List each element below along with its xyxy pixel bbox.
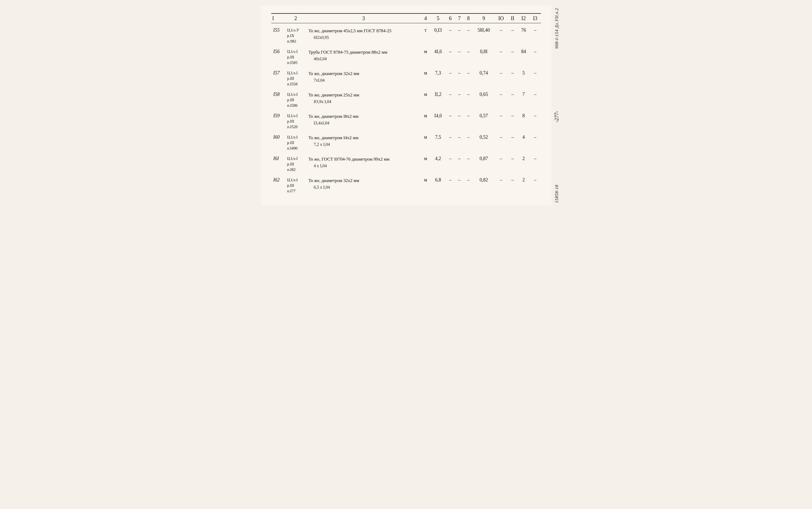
table-row: I6I Ц.I,ч.I р.III п.I82 То же, ГОСТ I070…	[271, 152, 541, 174]
col-header-12: I2	[518, 13, 530, 23]
row-col4: м	[421, 152, 431, 174]
table-row: I57 Ц.I,ч.I р.III п.I558 То же, диаметро…	[271, 67, 541, 88]
row-col7: –	[455, 67, 464, 88]
row-col8: –	[464, 88, 473, 109]
col-header-6: 6	[446, 13, 455, 23]
desc-sub: 4 x I,04	[309, 163, 419, 169]
row-col4: м	[421, 45, 431, 67]
row-col8: –	[464, 45, 473, 67]
page-wrapper: I 2 3 4 5 6 7 8 9 IO II I2 I3 I55 Ц.I,ч.…	[261, 5, 552, 205]
row-col10: –	[495, 152, 508, 174]
row-col8: –	[464, 131, 473, 152]
row-id: I58	[271, 88, 285, 109]
desc-sub: IO,9x I,04	[309, 99, 419, 105]
table-row: I59 Ц.I,ч.I р.III п.I520 То же, диаметро…	[271, 109, 541, 131]
row-col5: 0,I3	[431, 23, 446, 45]
row-col11: –	[507, 88, 518, 109]
row-col4: м	[421, 67, 431, 88]
row-col7: –	[455, 174, 464, 195]
row-col9: 0,82	[473, 174, 495, 195]
desc-main: То же, диаметром I4x2 мм	[309, 134, 419, 141]
row-col13: –	[530, 67, 541, 88]
desc-sub: 7,2 x I,04	[309, 141, 419, 148]
row-ref: Ц.I,ч.I р.III п.I77	[285, 174, 306, 195]
row-ref: Ц.I,ч.I р.III п.I558	[285, 67, 306, 88]
row-ref: Ц.I,ч.I р.III п.I586	[285, 88, 306, 109]
row-col5: 4I,6	[431, 45, 446, 67]
row-col12: 2	[518, 152, 530, 174]
row-ref: Ц.I,ч.I р.III п.I82	[285, 152, 306, 174]
row-col13: –	[530, 152, 541, 174]
row-col4: т	[421, 23, 431, 45]
row-ref: Ц.I,ч.I р.III п.I490	[285, 131, 306, 152]
row-col5: I4,0	[431, 109, 446, 131]
row-col9: 0,57	[473, 109, 495, 131]
row-col6: –	[446, 174, 455, 195]
table-header: I 2 3 4 5 6 7 8 9 IO II I2 I3	[271, 13, 541, 23]
row-col4: м	[421, 109, 431, 131]
row-col8: –	[464, 67, 473, 88]
row-id: I59	[271, 109, 285, 131]
row-col12: 84	[518, 45, 530, 67]
row-col13: –	[530, 131, 541, 152]
table-row: I56 Ц.I,ч.I р.III п.I585 Труба ГОСТ 8784…	[271, 45, 541, 67]
col-header-4: 4	[421, 13, 431, 23]
row-col8: –	[464, 152, 473, 174]
row-col7: –	[455, 109, 464, 131]
row-id: I62	[271, 174, 285, 195]
row-ref: Ц.I,ч.I р.III п.I520	[285, 109, 306, 131]
row-col7: –	[455, 131, 464, 152]
side-text-bottom: 15858-18	[555, 184, 559, 203]
table-row: I55 Ц.I,ч.У р.IX п.982 То же, диаметром …	[271, 23, 541, 45]
row-col10: –	[495, 88, 508, 109]
col-header-3: 3	[307, 13, 421, 23]
table-row: I60 Ц.I,ч.I р.III п.I490 То же, диаметро…	[271, 131, 541, 152]
row-col5: 6,8	[431, 174, 446, 195]
col-header-7: 7	[455, 13, 464, 23]
row-col6: –	[446, 152, 455, 174]
side-annotations: 908-I-154 Дл.УII,ч.2 -277- 15858-18	[552, 5, 562, 205]
row-ref: Ц.I,ч.У р.IX п.982	[285, 23, 306, 45]
row-col11: –	[507, 67, 518, 88]
row-col12: 4	[518, 131, 530, 152]
row-col11: –	[507, 131, 518, 152]
col-header-13: I3	[530, 13, 541, 23]
row-desc: То же, диаметром I8x2 мм I3,4xI,04	[307, 109, 421, 131]
row-col10: –	[495, 131, 508, 152]
col-header-11: II	[507, 13, 518, 23]
row-col8: –	[464, 23, 473, 45]
row-col4: м	[421, 174, 431, 195]
row-col5: 7,3	[431, 67, 446, 88]
row-col5: 7,5	[431, 131, 446, 152]
table-row: I58 Ц.I,ч.I р.III п.I586 То же, диаметро…	[271, 88, 541, 109]
row-col4: м	[421, 131, 431, 152]
desc-sub: 40xI,04	[309, 56, 419, 62]
desc-sub: 6,5 x I,04	[309, 184, 419, 191]
row-col10: –	[495, 67, 508, 88]
row-col11: –	[507, 152, 518, 174]
row-col9: 0,87	[473, 152, 495, 174]
row-col12: 76	[518, 23, 530, 45]
desc-main: То же, ГОСТ I0704-76 диаметром 99x2 мм	[309, 156, 419, 163]
row-col9: 58I,40	[473, 23, 495, 45]
row-desc: Труба ГОСТ 8784-75 диаметром 88x2 мм 40x…	[307, 45, 421, 67]
row-id: I6I	[271, 152, 285, 174]
row-desc: То же, диаметром 32x2 мм 6,5 x I,04	[307, 174, 421, 195]
row-desc: То же, ГОСТ I0704-76 диаметром 99x2 мм 4…	[307, 152, 421, 174]
row-col5: 4,2	[431, 152, 446, 174]
row-col6: –	[446, 109, 455, 131]
row-col12: 8	[518, 109, 530, 131]
row-col11: –	[507, 109, 518, 131]
row-col8: –	[464, 109, 473, 131]
row-col13: –	[530, 174, 541, 195]
desc-sub: 6I2x0,95	[309, 34, 419, 41]
desc-main: То же, диаметром 45x2,5 мм ГОСТ 8784-25	[309, 28, 419, 34]
row-col13: –	[530, 88, 541, 109]
row-col4: м	[421, 88, 431, 109]
desc-main: То же, диаметром 32x2 мм	[309, 177, 419, 184]
main-table: I 2 3 4 5 6 7 8 9 IO II I2 I3 I55 Ц.I,ч.…	[271, 13, 541, 195]
row-id: I56	[271, 45, 285, 67]
row-id: I60	[271, 131, 285, 152]
row-col6: –	[446, 23, 455, 45]
col-header-8: 8	[464, 13, 473, 23]
